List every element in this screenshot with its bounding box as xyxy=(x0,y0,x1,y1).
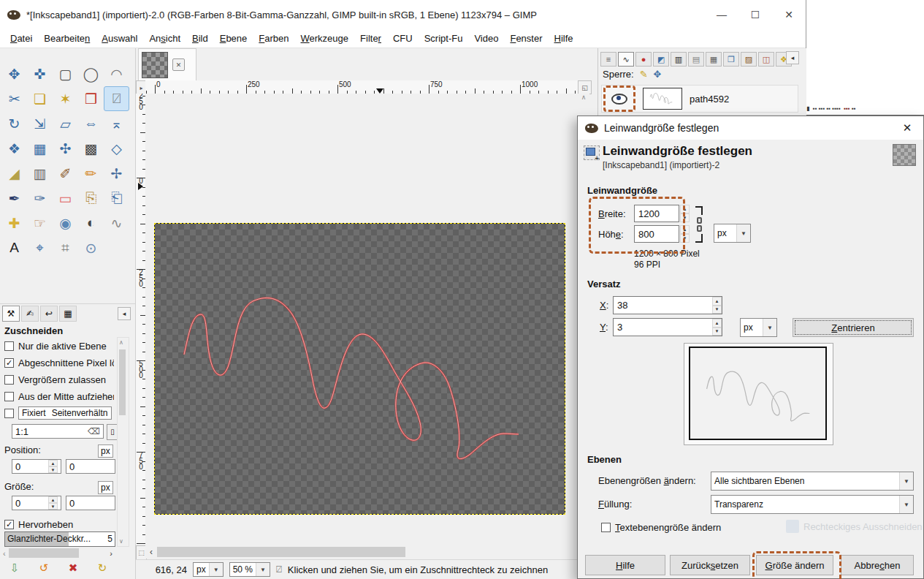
pencil-tool[interactable]: ✏ xyxy=(78,161,104,186)
offset-x-input[interactable]: 38 ▲▼ xyxy=(613,296,722,314)
canvas-viewport[interactable] xyxy=(145,94,585,545)
paths-tool[interactable]: ∿ xyxy=(104,211,129,235)
menu-werkzeuge[interactable]: Werkzeuge xyxy=(295,31,355,46)
unit-combo[interactable]: px▼ xyxy=(193,562,224,577)
canvas-hscrollbar[interactable]: ‹ xyxy=(145,545,585,559)
path-name[interactable]: path4592 xyxy=(690,94,729,105)
tab-checker[interactable]: ▦ xyxy=(706,52,722,67)
rect-select-tool[interactable]: ▢ xyxy=(53,61,78,86)
heal-tool[interactable]: ✚ xyxy=(1,211,27,235)
minimize-button[interactable]: — xyxy=(705,0,738,29)
size-h-input[interactable]: 0 xyxy=(66,496,115,510)
options-scrollbar[interactable]: ∧ ∨ xyxy=(117,337,129,547)
menu-auswahl[interactable]: Auswahl xyxy=(96,31,143,46)
menu-ebene[interactable]: Ebene xyxy=(214,31,253,46)
save-presets-button[interactable]: ⇩ xyxy=(10,561,20,575)
maximize-button[interactable]: ☐ xyxy=(738,0,772,29)
tab-tool-options[interactable]: ⚒ xyxy=(2,306,20,322)
clone-tool[interactable]: ⎘ xyxy=(78,186,104,211)
zentrieren-button[interactable]: Zentrieren xyxy=(793,318,914,337)
dodge-burn-tool[interactable]: ◐ xyxy=(78,211,104,235)
scissors-select-tool[interactable]: ✂ xyxy=(1,86,27,111)
tab-images[interactable]: ❐ xyxy=(723,52,739,67)
menu-video[interactable]: Video xyxy=(468,31,504,46)
fuzzy-select-tool[interactable]: ✶ xyxy=(53,86,78,111)
tab-device-status[interactable]: ✍ xyxy=(21,306,39,322)
perspective-clone-tool[interactable]: ⎗ xyxy=(104,186,129,211)
dock-menu-button[interactable]: ◂ xyxy=(786,51,799,64)
zoom-follow-window-button[interactable]: ◱ xyxy=(578,80,592,94)
menu-bild[interactable]: Bild xyxy=(186,31,214,46)
offset-y-spinner[interactable]: ▲▼ xyxy=(712,319,722,336)
zuruecksetzen-button[interactable]: Zurücksetzen xyxy=(670,555,750,575)
tab-patterns[interactable]: ▨ xyxy=(741,52,757,67)
option-checkbox[interactable] xyxy=(4,341,14,351)
tab-pointer[interactable]: ▦ xyxy=(59,306,77,322)
menu-hilfe[interactable]: Hilfe xyxy=(549,31,579,46)
fill-combo[interactable]: Transparenz▼ xyxy=(711,495,914,514)
options-hscrollbar[interactable]: ‹ › xyxy=(0,547,117,559)
color-picker-tool[interactable]: ⌖ xyxy=(27,235,53,260)
menu-bearbeiten[interactable]: Bearbeiten xyxy=(38,31,96,46)
chain-broken-icon[interactable] xyxy=(693,206,702,243)
flip-tool[interactable]: ⇔ xyxy=(78,111,104,136)
lock-position-icon[interactable]: ✥ xyxy=(654,69,662,80)
clear-icon[interactable]: ⌫ xyxy=(88,426,100,436)
vertical-scrollbar[interactable]: ∧ xyxy=(578,94,589,116)
size-unit[interactable]: px xyxy=(98,481,113,494)
paintbrush-tool[interactable]: ✐ xyxy=(53,161,78,186)
option-checkbox[interactable] xyxy=(4,392,14,401)
tab-gradient-bw[interactable]: ▥ xyxy=(671,52,687,67)
tab-undo-history[interactable]: ↩ xyxy=(40,306,58,322)
airbrush-tool[interactable]: ✢ xyxy=(104,161,129,186)
menu-ansicht[interactable]: Ansicht xyxy=(143,31,186,46)
zoom-combo[interactable]: 50 %▼ xyxy=(229,562,270,577)
bucket-fill-tool[interactable]: ◢ xyxy=(1,161,27,186)
image-tab[interactable]: ✕ xyxy=(138,48,196,80)
menu-cfu[interactable]: CFU xyxy=(387,31,419,46)
menu-farben[interactable]: Farben xyxy=(253,31,294,46)
dialog-close-button[interactable]: ✕ xyxy=(891,116,923,140)
option-checkbox[interactable]: ✓ xyxy=(4,358,14,368)
ink-tool[interactable]: ✒ xyxy=(1,186,27,211)
3d-transform-tool[interactable]: ▦ xyxy=(27,136,53,161)
aspect-ratio-input[interactable]: 1:1 ⌫ xyxy=(12,424,104,439)
blur-sharpen-tool[interactable]: ◉ xyxy=(53,211,78,235)
offset-preview[interactable] xyxy=(684,343,833,445)
move-tool[interactable]: ✥ xyxy=(1,61,27,86)
dock-menu-button[interactable]: ◂ xyxy=(118,307,131,320)
offset-unit-combo[interactable]: px▼ xyxy=(740,318,777,337)
tab-layers[interactable]: ≡ xyxy=(600,52,616,67)
text-tool[interactable]: A xyxy=(1,235,27,260)
ellipse-select-tool[interactable]: ◯ xyxy=(78,61,104,86)
offset-y-input[interactable]: 3 ▲▼ xyxy=(613,318,722,336)
spinner[interactable]: ▲▼ xyxy=(48,496,58,510)
unified-transform-tool[interactable]: ❖ xyxy=(1,136,27,161)
menu-datei[interactable]: Datei xyxy=(4,31,38,46)
rotate-tool[interactable]: ↻ xyxy=(1,111,27,136)
canvas-unit-combo[interactable]: px▼ xyxy=(714,224,751,243)
handle-transform-tool[interactable]: ✣ xyxy=(53,136,78,161)
close-button[interactable]: ✕ xyxy=(772,0,806,29)
align-tool[interactable]: ✜ xyxy=(27,61,53,86)
fixed-checkbox[interactable] xyxy=(4,409,14,418)
zoom-tool[interactable]: ⊙ xyxy=(78,235,104,260)
tab-channels[interactable]: ● xyxy=(635,52,652,67)
lock-pixels-icon[interactable]: ✎ xyxy=(640,69,648,80)
tab-paths[interactable]: ∿ xyxy=(618,52,634,67)
position-y-input[interactable]: 0 xyxy=(66,459,115,474)
position-x-input[interactable]: 0 ▲▼ xyxy=(12,459,61,474)
smudge-tool[interactable]: ☞ xyxy=(27,211,53,235)
free-select-tool[interactable]: ◠ xyxy=(104,61,129,86)
warp-transform-tool[interactable]: ▩ xyxy=(78,136,104,161)
horizontal-ruler[interactable]: 02505007501000 xyxy=(145,80,585,94)
highlight-opacity-slider[interactable]: Glanzlichter-Deckkr... 5 xyxy=(4,531,115,547)
measure-tool[interactable]: ⌗ xyxy=(53,235,78,260)
eraser-tool[interactable]: ▭ xyxy=(53,186,78,211)
visibility-eye-icon[interactable] xyxy=(603,86,635,112)
reset-defaults-button[interactable]: ↻ xyxy=(98,561,107,575)
tab-selection-editor[interactable]: ◩ xyxy=(653,52,669,67)
path-row[interactable]: path4592 xyxy=(601,85,798,113)
foreground-select-tool[interactable]: ❏ xyxy=(27,86,53,111)
position-unit[interactable]: px xyxy=(98,444,113,458)
